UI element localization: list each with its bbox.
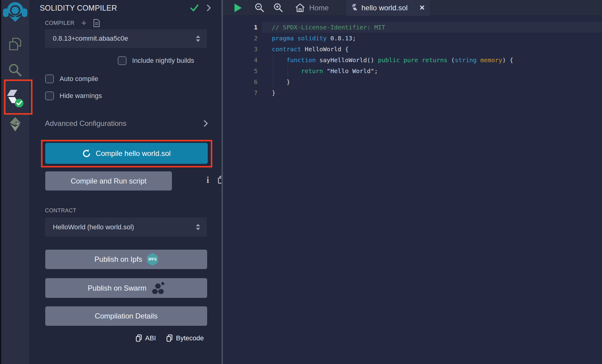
search-icon[interactable] xyxy=(1,63,29,77)
info-icon[interactable]: i xyxy=(207,175,209,184)
annotation-box-compiler-icon xyxy=(4,79,32,115)
publish-ipfs-button[interactable]: Publish on Ipfs IPFS xyxy=(45,250,207,269)
compilation-details-button[interactable]: Compilation Details xyxy=(45,306,207,326)
code-line[interactable]: // SPDX-License-Identifier: MIT xyxy=(272,22,513,33)
contract-select[interactable]: HelloWorld (hello world.sol) xyxy=(45,217,207,237)
nightly-builds-checkbox[interactable] xyxy=(118,56,126,65)
line-number[interactable]: 6 xyxy=(223,76,258,87)
code-editor[interactable]: 1234567 // SPDX-License-Identifier: MITp… xyxy=(223,16,602,364)
abi-bytecode-row: ABI Bytecode xyxy=(135,334,204,342)
compiler-version-select[interactable]: 0.8.13+commit.abaa5c0e xyxy=(45,29,207,48)
activity-bar xyxy=(0,0,29,364)
add-compiler-icon[interactable]: + xyxy=(81,19,87,27)
indent-guide xyxy=(273,55,273,88)
code-line[interactable]: } xyxy=(272,76,513,87)
hide-warnings-checkbox[interactable] xyxy=(45,92,54,100)
code-line[interactable]: function sayHelloWorld() public pure ret… xyxy=(272,55,513,66)
hide-warnings-label: Hide warnings xyxy=(60,92,102,100)
file-explorer-icon[interactable] xyxy=(1,37,29,52)
line-number[interactable]: 2 xyxy=(223,33,258,44)
tab-hello-world-sol[interactable]: hello world.sol ✕ xyxy=(346,0,431,16)
panel-chevron-right-icon[interactable] xyxy=(207,4,211,12)
auto-compile-checkbox[interactable] xyxy=(45,75,54,83)
compilation-details-label: Compilation Details xyxy=(95,312,158,320)
publish-swarm-button[interactable]: Publish on Swarm xyxy=(45,278,207,298)
home-icon xyxy=(295,3,305,12)
code-line[interactable]: return "Hello World"; xyxy=(272,66,513,76)
tab-home[interactable]: Home xyxy=(292,0,332,16)
copy-icon xyxy=(166,334,173,342)
compile-success-check-icon xyxy=(190,4,199,12)
code-line[interactable]: } xyxy=(272,87,513,98)
advanced-configurations-row[interactable]: Advanced Configurations xyxy=(45,119,208,128)
line-number[interactable]: 3 xyxy=(223,44,258,55)
remix-logo-icon[interactable] xyxy=(1,1,29,22)
nightly-builds-row: Include nightly builds xyxy=(118,56,194,65)
bytecode-label: Bytecode xyxy=(176,334,204,342)
panel-header: SOLIDITY COMPILER xyxy=(40,2,211,13)
indent-guide xyxy=(288,66,288,77)
solidity-compiler-panel: SOLIDITY COMPILER COMPILER + 0.8.13+comm… xyxy=(29,0,221,364)
annotation-box-compile-button xyxy=(41,140,212,167)
select-stepper-icon xyxy=(196,35,200,42)
nightly-builds-label: Include nightly builds xyxy=(132,57,194,65)
hide-warnings-row: Hide warnings xyxy=(45,92,102,100)
contract-selected-value: HelloWorld (hello world.sol) xyxy=(53,223,196,231)
publish-ipfs-label: Publish on Ipfs xyxy=(94,255,142,264)
line-number[interactable]: 7 xyxy=(223,87,258,98)
compile-and-run-label: Compile and Run script xyxy=(71,177,146,185)
ipfs-icon: IPFS xyxy=(147,253,158,266)
advanced-chevron-right-icon xyxy=(204,120,208,127)
home-tab-label: Home xyxy=(309,4,329,12)
select-stepper-icon xyxy=(196,224,200,230)
copy-bytecode-button[interactable]: Bytecode xyxy=(166,334,204,342)
swarm-icon xyxy=(151,281,165,295)
compiler-section-header: COMPILER + xyxy=(45,19,100,27)
auto-compile-label: Auto compile xyxy=(60,75,98,83)
code-line[interactable]: contract HelloWorld { xyxy=(272,44,513,55)
zoom-in-icon[interactable] xyxy=(273,3,284,13)
line-number[interactable]: 5 xyxy=(223,66,258,76)
publish-swarm-label: Publish on Swarm xyxy=(88,284,146,292)
abi-label: ABI xyxy=(145,334,156,342)
run-script-play-icon[interactable] xyxy=(234,4,242,12)
code-lines: // SPDX-License-Identifier: MITpragma so… xyxy=(272,22,513,98)
contract-label: CONTRACT xyxy=(45,207,76,214)
line-number[interactable]: 4 xyxy=(223,55,258,66)
compile-and-run-button[interactable]: Compile and Run script xyxy=(45,171,172,190)
editor-pane: Home hello world.sol ✕ 1234567 // SPDX-L… xyxy=(223,0,602,364)
gutter: 1234567 xyxy=(223,22,258,98)
solidity-file-icon xyxy=(351,4,357,12)
active-tab-label: hello world.sol xyxy=(361,4,416,12)
code-line[interactable]: pragma solidity 0.8.13; xyxy=(272,33,513,44)
deploy-run-icon[interactable] xyxy=(1,117,29,132)
panel-title: SOLIDITY COMPILER xyxy=(40,4,190,12)
auto-compile-row: Auto compile xyxy=(45,75,98,83)
line-number[interactable]: 1 xyxy=(223,22,258,33)
tab-close-icon[interactable]: ✕ xyxy=(419,4,425,12)
advanced-configurations-label: Advanced Configurations xyxy=(45,119,204,128)
compiler-label: COMPILER xyxy=(45,20,74,26)
editor-tabstrip: Home hello world.sol ✕ xyxy=(223,0,602,16)
copy-icon xyxy=(135,334,142,342)
compiler-version-value: 0.8.13+commit.abaa5c0e xyxy=(53,35,196,42)
compiler-config-file-icon[interactable] xyxy=(93,19,100,27)
zoom-out-icon[interactable] xyxy=(255,3,265,13)
copy-abi-button[interactable]: ABI xyxy=(135,334,156,342)
